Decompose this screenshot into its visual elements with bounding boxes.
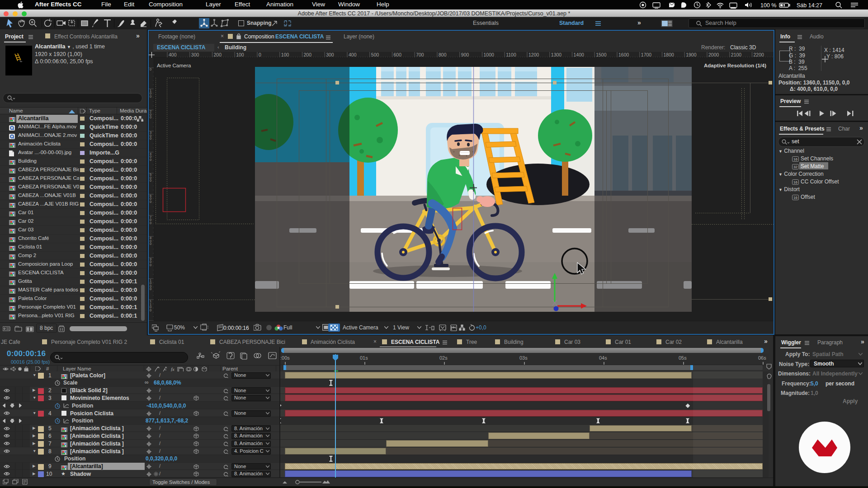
svg-text:600: 600 bbox=[394, 52, 402, 57]
svg-text:0: 0 bbox=[150, 221, 151, 225]
svg-text:1400: 1400 bbox=[574, 52, 585, 57]
svg-text:800: 800 bbox=[439, 52, 447, 57]
svg-text:500: 500 bbox=[371, 52, 379, 57]
svg-text:900: 900 bbox=[461, 52, 469, 57]
svg-text:2200: 2200 bbox=[754, 52, 764, 57]
svg-text:1700: 1700 bbox=[641, 52, 652, 57]
svg-text:0: 0 bbox=[150, 287, 151, 291]
svg-text:2000: 2000 bbox=[708, 52, 719, 57]
svg-text:16: 16 bbox=[793, 157, 797, 161]
svg-text:1800: 1800 bbox=[664, 52, 675, 57]
svg-text:1300: 1300 bbox=[551, 52, 562, 57]
svg-text:2100: 2100 bbox=[731, 52, 742, 57]
svg-text:1000: 1000 bbox=[484, 52, 495, 57]
svg-text:300: 300 bbox=[326, 52, 334, 57]
svg-text:0: 0 bbox=[150, 115, 151, 119]
svg-text:0: 0 bbox=[150, 67, 151, 71]
svg-text:0: 0 bbox=[150, 308, 151, 312]
svg-text:200: 200 bbox=[304, 52, 312, 57]
svg-text:300: 300 bbox=[191, 52, 199, 57]
svg-text:Sáb 14:27: Sáb 14:27 bbox=[797, 2, 822, 9]
svg-text:16: 16 bbox=[793, 180, 797, 184]
svg-text:0: 0 bbox=[150, 178, 151, 183]
svg-text:0: 0 bbox=[150, 94, 151, 99]
svg-text:200: 200 bbox=[214, 52, 222, 57]
svg-text:100: 100 bbox=[236, 52, 244, 57]
svg-text:0: 0 bbox=[150, 263, 151, 267]
svg-text:100: 100 bbox=[281, 52, 289, 57]
svg-text:1900: 1900 bbox=[686, 52, 697, 57]
svg-text:1600: 1600 bbox=[618, 52, 629, 57]
svg-text:1500: 1500 bbox=[596, 52, 607, 57]
svg-text:0: 0 bbox=[259, 52, 261, 57]
svg-text:700: 700 bbox=[416, 52, 424, 57]
svg-text:0: 0 bbox=[150, 158, 151, 162]
svg-text:1200: 1200 bbox=[528, 52, 539, 57]
svg-text:0: 0 bbox=[150, 200, 151, 204]
svg-text:0: 0 bbox=[150, 136, 151, 141]
svg-text:16: 16 bbox=[793, 196, 797, 200]
svg-text:32: 32 bbox=[793, 165, 797, 169]
svg-text:400: 400 bbox=[349, 52, 357, 57]
svg-text:100 %: 100 % bbox=[760, 2, 776, 9]
svg-text:0: 0 bbox=[150, 242, 151, 246]
svg-text:400: 400 bbox=[169, 52, 177, 57]
svg-text:1100: 1100 bbox=[506, 52, 516, 57]
